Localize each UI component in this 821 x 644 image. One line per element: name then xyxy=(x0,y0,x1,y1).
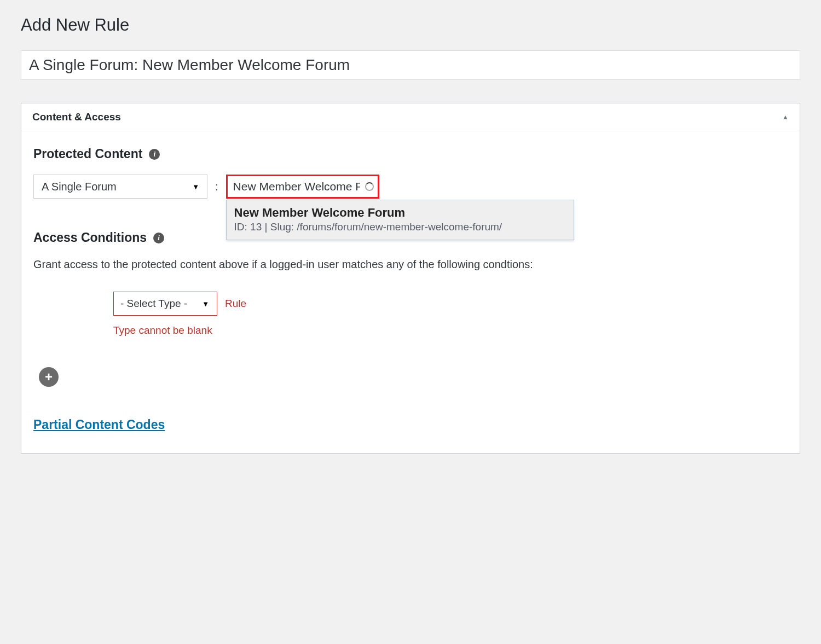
page-title: Add New Rule xyxy=(21,11,800,35)
rule-type-row: - Select Type - ▼ Rule xyxy=(113,292,788,316)
chevron-down-icon: ▼ xyxy=(202,300,209,308)
panel-header[interactable]: Content & Access ▲ xyxy=(21,103,800,131)
suggestion-meta: ID: 13 | Slug: /forums/forum/new-member-… xyxy=(234,221,566,233)
separator-colon: : xyxy=(215,175,218,199)
content-access-panel: Content & Access ▲ Protected Content i A… xyxy=(21,103,800,454)
type-error-message: Type cannot be blank xyxy=(113,324,788,336)
loading-spinner-icon xyxy=(365,182,374,191)
chevron-down-icon: ▼ xyxy=(192,183,199,191)
rule-type-select[interactable]: - Select Type - ▼ xyxy=(113,292,217,316)
access-description: Grant access to the protected content ab… xyxy=(33,258,788,271)
protected-content-heading: Protected Content i xyxy=(33,147,788,161)
protected-content-label: Protected Content xyxy=(33,147,142,161)
autocomplete-dropdown[interactable]: New Member Welcome Forum ID: 13 | Slug: … xyxy=(226,200,574,240)
rule-title-input[interactable] xyxy=(21,50,800,80)
panel-body: Protected Content i A Single Forum ▼ : N… xyxy=(21,131,800,453)
add-rule-button[interactable]: + xyxy=(39,367,59,387)
partial-content-codes-link[interactable]: Partial Content Codes xyxy=(33,417,165,432)
protected-content-row: A Single Forum ▼ : New Member Welcome Fo… xyxy=(33,175,788,199)
content-type-value: A Single Forum xyxy=(42,181,117,193)
suggestion-title: New Member Welcome Forum xyxy=(234,206,566,220)
content-search-block: New Member Welcome Forum ID: 13 | Slug: … xyxy=(226,175,379,199)
info-icon[interactable]: i xyxy=(153,233,164,243)
info-icon[interactable]: i xyxy=(149,149,160,160)
rule-type-placeholder: - Select Type - xyxy=(120,298,187,310)
content-search-input[interactable] xyxy=(226,175,379,199)
access-conditions-label: Access Conditions xyxy=(33,230,147,245)
collapse-icon: ▲ xyxy=(782,113,789,121)
content-type-select[interactable]: A Single Forum ▼ xyxy=(33,175,207,199)
panel-header-title: Content & Access xyxy=(32,111,121,123)
rule-label: Rule xyxy=(225,298,246,310)
plus-icon: + xyxy=(45,369,53,385)
add-rule-wrap: + xyxy=(39,367,788,387)
